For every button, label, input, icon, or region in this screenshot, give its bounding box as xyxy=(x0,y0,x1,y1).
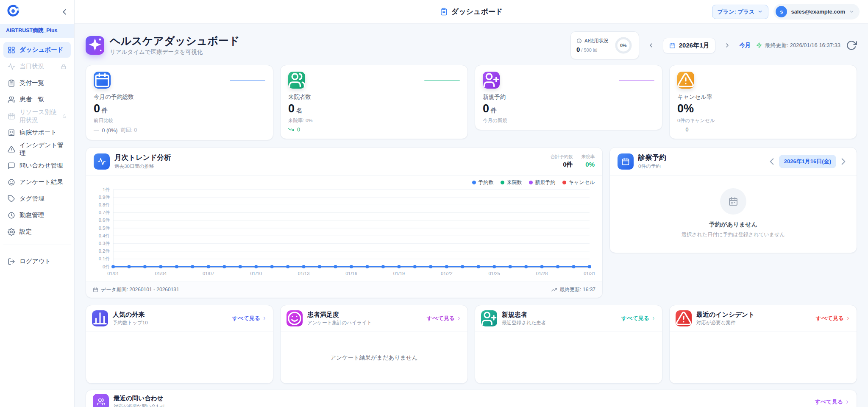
inquiries-see-all-link[interactable]: すべて見る xyxy=(815,398,850,406)
tag-icon xyxy=(8,195,15,203)
sparkline xyxy=(619,80,654,81)
gear-icon xyxy=(8,228,15,236)
prev-day-button[interactable] xyxy=(766,156,777,167)
stat-card-visitors: 来院者数0名来院率: 0%0 xyxy=(280,65,468,139)
panel-body: アンケート結果がまだありません xyxy=(281,332,467,383)
data-period: データ期間: 20260101 - 20260131 xyxy=(101,286,179,293)
activity-icon xyxy=(94,153,110,170)
app-logo-icon xyxy=(6,4,20,20)
panel-title: 最近のインシデント xyxy=(696,311,754,319)
sidebar-item-settings[interactable]: 設定 xyxy=(3,224,71,240)
see-all-link-new-patients[interactable]: すべて見る xyxy=(621,315,656,322)
stat-sub: 0件のキャンセル xyxy=(677,117,849,124)
trend-up-icon xyxy=(551,287,557,293)
trend-footer: データ期間: 20260101 - 20260131 最終更新: 16:37 xyxy=(86,282,602,298)
panel-subtitle: 予約数トップ10 xyxy=(113,320,148,326)
appointments-header: 診察予約 0件の予約 2026年1月16日(金) xyxy=(610,148,857,176)
see-all-link-popular-departments[interactable]: すべて見る xyxy=(232,315,267,322)
sidebar-item-resource-usage[interactable]: リソース別使用状況 xyxy=(3,108,71,124)
sidebar-item-tag-management[interactable]: タグ管理 xyxy=(3,191,71,206)
logout-icon xyxy=(8,258,15,265)
sidebar-divider xyxy=(3,245,71,245)
info-icon xyxy=(576,38,582,44)
sidebar-item-reception-list[interactable]: 受付一覧 xyxy=(3,75,71,91)
page-title: ヘルスケアダッシュボード xyxy=(110,35,239,47)
clipboard-icon xyxy=(8,79,15,87)
clipboard-icon xyxy=(440,8,448,16)
inquiries-bar: 最近の問い合わせ 対応が必要な問い合わせ すべて見る xyxy=(86,390,857,407)
sidebar-item-label: 勤怠管理 xyxy=(19,211,44,219)
sidebar-item-today-status[interactable]: 当日状況 xyxy=(3,59,71,74)
page-subtitle: リアルタイムで医療データを可視化 xyxy=(110,48,239,56)
month-selector[interactable]: 2026年1月 xyxy=(663,38,716,53)
see-all-link-patient-satisfaction[interactable]: すべて見る xyxy=(427,315,462,322)
smile-icon xyxy=(8,178,15,186)
bar-chart-icon xyxy=(92,310,108,326)
svg-text:0.1件: 0.1件 xyxy=(99,256,110,261)
sidebar-collapse-button[interactable] xyxy=(60,7,69,17)
panel-card-new-patients: 新規患者最近登録された患者すべて見る xyxy=(475,305,662,384)
sidebar-item-label: 患者一覧 xyxy=(19,95,44,103)
legend-dot xyxy=(501,181,504,184)
ai-usage-card: AI使用状況 0 / 500 回 0% xyxy=(570,31,639,59)
panel-body xyxy=(86,332,273,383)
panels-row: 人気の外来予約数トップ10すべて見る患者満足度アンケート集計のハイライトすべて見… xyxy=(86,305,857,384)
panel-body xyxy=(475,332,662,383)
activity-icon xyxy=(8,63,15,70)
ai-usage-text: AI使用状況 0 / 500 回 xyxy=(576,38,609,53)
svg-text:01/04: 01/04 xyxy=(155,271,167,276)
calendar-grid-icon xyxy=(8,112,15,120)
prev-month-button[interactable] xyxy=(645,39,657,52)
panel-body xyxy=(670,332,857,383)
user-menu[interactable]: s sales@example.com xyxy=(773,4,860,20)
next-month-button[interactable] xyxy=(721,39,734,52)
svg-text:01/31: 01/31 xyxy=(584,271,595,276)
sidebar-item-patient-list[interactable]: 患者一覧 xyxy=(3,92,71,107)
sidebar-item-dashboard[interactable]: ダッシュボード xyxy=(3,42,71,58)
svg-text:0.5件: 0.5件 xyxy=(99,226,110,231)
next-day-button[interactable] xyxy=(838,156,849,167)
page-title-block: ヘルスケアダッシュボード リアルタイムで医療データを可視化 xyxy=(110,35,239,56)
sidebar-item-hospital-support[interactable]: 病院サポート xyxy=(3,125,71,140)
stat-sub: 今月の新規 xyxy=(483,117,654,124)
legend-dot xyxy=(562,181,566,184)
svg-text:0.7件: 0.7件 xyxy=(99,210,110,215)
sidebar-footer-nav: ログアウト xyxy=(0,249,74,270)
this-month-link[interactable]: 今月 xyxy=(739,42,751,49)
sidebar-item-survey-results[interactable]: アンケート結果 xyxy=(3,174,71,190)
panel-subtitle: 対応が必要な案件 xyxy=(696,320,754,326)
ai-usage-percent: 0% xyxy=(614,36,633,55)
stat-card-cancel-rate: キャンセル率0%0件のキャンセル—0 xyxy=(669,65,857,139)
sidebar-item-label: タグ管理 xyxy=(19,195,45,203)
sidebar-item-logout[interactable]: ログアウト xyxy=(3,254,71,269)
building-icon xyxy=(8,129,15,137)
avatar: s xyxy=(776,6,787,17)
sidebar-item-inquiry-management[interactable]: 問い合わせ管理 xyxy=(3,158,71,173)
chevron-right-icon xyxy=(262,316,267,321)
sidebar: AIBTRUST病院_Plus ダッシュボード当日状況受付一覧患者一覧リソース別… xyxy=(0,0,75,407)
line-chart-svg: 0件0.1件0.2件0.3件0.4件0.5件0.6件0.7件0.8件0.9件1件… xyxy=(94,187,595,278)
svg-text:01/19: 01/19 xyxy=(393,271,405,276)
last-updated: 最終更新: 2026/01/16 16:37:33 xyxy=(756,42,840,49)
grid-icon xyxy=(8,46,15,54)
trend-header: 月次トレンド分析 過去30日間の推移 合計予約数 0件 来院率 0% xyxy=(86,148,602,176)
selected-date-chip[interactable]: 2026年1月16日(金) xyxy=(779,155,836,168)
sidebar-item-label: アンケート結果 xyxy=(19,178,63,186)
plan-badge[interactable]: プラン: プラス xyxy=(712,5,769,19)
chevron-down-icon xyxy=(757,9,763,14)
sidebar-item-attendance-management[interactable]: 勤怠管理 xyxy=(3,207,71,223)
svg-text:0.2件: 0.2件 xyxy=(99,248,110,254)
message-square-icon xyxy=(8,162,15,170)
panel-subtitle: 最近登録された患者 xyxy=(502,320,546,326)
svg-text:0件: 0件 xyxy=(103,264,110,269)
refresh-button[interactable] xyxy=(846,40,857,51)
see-all-link-recent-incidents[interactable]: すべて見る xyxy=(816,315,851,322)
chevron-down-icon xyxy=(849,9,854,14)
chevron-right-icon xyxy=(456,316,462,321)
page-header-controls: AI使用状況 0 / 500 回 0% 2026年1月 xyxy=(570,31,857,59)
appointments-subtitle: 0件の予約 xyxy=(638,163,666,170)
legend-item: 新規予約 xyxy=(529,179,556,186)
svg-text:1件: 1件 xyxy=(103,187,110,192)
legend-item: 予約数 xyxy=(472,179,494,186)
sidebar-item-incident-management[interactable]: インシデント管理 xyxy=(3,141,71,157)
